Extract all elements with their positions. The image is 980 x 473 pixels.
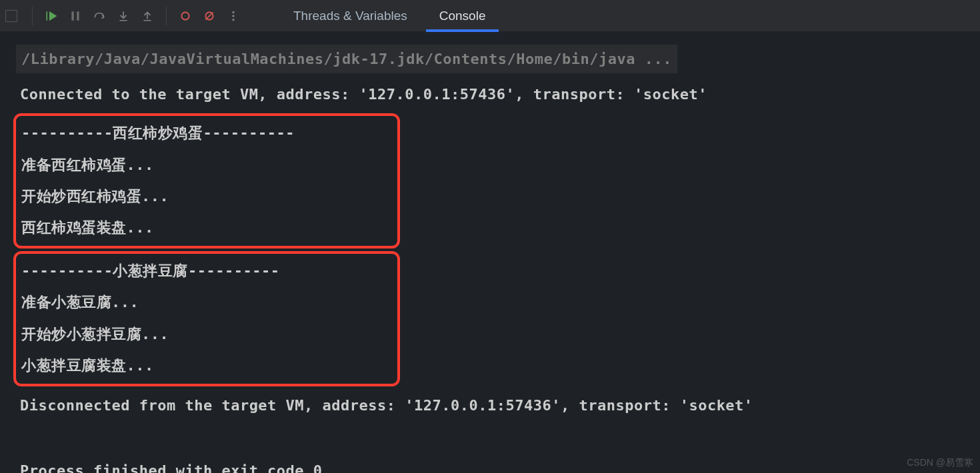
svg-point-4 bbox=[232, 11, 234, 13]
step-into-button[interactable] bbox=[113, 5, 134, 27]
mute-breakpoint-icon bbox=[203, 10, 215, 22]
console-output[interactable]: /Library/Java/JavaVirtualMachines/jdk-17… bbox=[0, 32, 980, 473]
toolbar-left-group bbox=[5, 0, 244, 31]
divider bbox=[166, 7, 167, 25]
breakpoint-icon bbox=[179, 10, 191, 22]
more-button[interactable] bbox=[223, 5, 244, 27]
tab-console[interactable]: Console bbox=[423, 0, 502, 31]
tab-label: Console bbox=[439, 9, 486, 23]
output-line: 开始炒西红柿鸡蛋... bbox=[21, 181, 392, 212]
debug-tabs: Threads & Variables Console bbox=[277, 0, 501, 31]
exit-line: Process finished with exit code 0 bbox=[20, 454, 975, 473]
stop-indicator bbox=[5, 10, 17, 22]
watermark: CSDN @易雪寒 bbox=[907, 457, 973, 469]
highlight-block-1: ----------西红柿炒鸡蛋---------- 准备西红柿鸡蛋... 开始… bbox=[13, 113, 400, 248]
divider bbox=[32, 7, 33, 25]
step-over-icon bbox=[93, 10, 105, 22]
svg-point-6 bbox=[232, 18, 234, 20]
output-line: 准备西红柿鸡蛋... bbox=[21, 149, 392, 181]
output-line: 西红柿鸡蛋装盘... bbox=[21, 212, 392, 243]
connected-line: Connected to the target VM, address: '12… bbox=[20, 78, 975, 111]
step-over-button[interactable] bbox=[89, 5, 110, 27]
step-out-icon bbox=[141, 10, 153, 22]
mute-breakpoints-button[interactable] bbox=[199, 5, 220, 27]
disconnected-line: Disconnected from the target VM, address… bbox=[20, 389, 975, 422]
output-line: 准备小葱豆腐... bbox=[21, 286, 392, 318]
pause-icon bbox=[69, 10, 81, 22]
tab-threads-variables[interactable]: Threads & Variables bbox=[277, 0, 423, 31]
pause-button[interactable] bbox=[65, 5, 86, 27]
command-line: /Library/Java/JavaVirtualMachines/jdk-17… bbox=[20, 40, 975, 78]
resume-button[interactable] bbox=[41, 5, 62, 27]
svg-rect-1 bbox=[77, 11, 79, 21]
step-out-button[interactable] bbox=[137, 5, 158, 27]
more-icon bbox=[227, 10, 239, 22]
output-line: 小葱拌豆腐装盘... bbox=[21, 350, 392, 381]
empty-line bbox=[20, 422, 975, 454]
svg-rect-0 bbox=[71, 11, 73, 21]
view-breakpoints-button[interactable] bbox=[175, 5, 196, 27]
output-line: ----------小葱拌豆腐---------- bbox=[21, 255, 392, 286]
step-into-icon bbox=[117, 10, 129, 22]
resume-icon bbox=[45, 10, 57, 22]
highlight-block-2: ----------小葱拌豆腐---------- 准备小葱豆腐... 开始炒小… bbox=[13, 251, 400, 386]
svg-point-2 bbox=[181, 12, 189, 19]
tab-label: Threads & Variables bbox=[293, 9, 407, 23]
output-line: ----------西红柿炒鸡蛋---------- bbox=[21, 117, 392, 149]
output-line: 开始炒小葱拌豆腐... bbox=[21, 318, 392, 350]
debug-toolbar: Threads & Variables Console bbox=[0, 0, 980, 32]
svg-point-5 bbox=[232, 15, 234, 17]
